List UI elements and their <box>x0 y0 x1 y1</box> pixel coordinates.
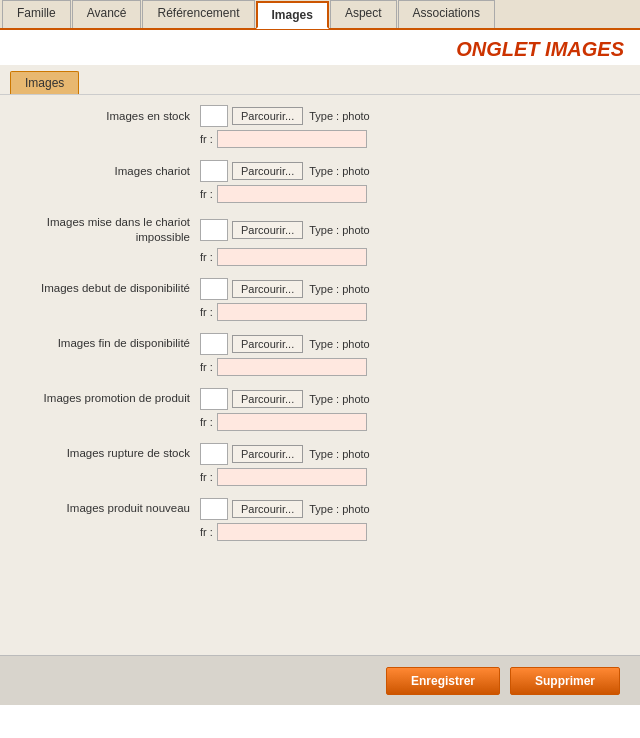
image-row: Images fin de disponibilitéParcourir...T… <box>20 333 620 376</box>
page-header: ONGLET IMAGES <box>0 30 640 65</box>
image-row-label: Images debut de disponibilité <box>20 281 200 296</box>
image-thumbnail <box>200 105 228 127</box>
fr-input[interactable] <box>217 130 367 148</box>
image-thumbnail <box>200 219 228 241</box>
tab-famille[interactable]: Famille <box>2 0 71 28</box>
type-label: Type : photo <box>309 393 370 405</box>
image-thumbnail <box>200 333 228 355</box>
type-label: Type : photo <box>309 503 370 515</box>
tab-associations[interactable]: Associations <box>398 0 495 28</box>
type-label: Type : photo <box>309 338 370 350</box>
fr-input[interactable] <box>217 248 367 266</box>
type-label: Type : photo <box>309 283 370 295</box>
image-thumbnail <box>200 388 228 410</box>
image-thumbnail <box>200 443 228 465</box>
image-row-label: Images promotion de produit <box>20 391 200 406</box>
image-row-label: Images mise dans le chariot impossible <box>20 215 200 245</box>
browse-button[interactable]: Parcourir... <box>232 500 303 518</box>
content-area: Images en stockParcourir...Type : photof… <box>0 95 640 655</box>
image-row-label: Images produit nouveau <box>20 501 200 516</box>
fr-label: fr : <box>200 526 213 538</box>
image-row-main: Images mise dans le chariot impossiblePa… <box>20 215 620 245</box>
fr-label: fr : <box>200 133 213 145</box>
fr-label: fr : <box>200 251 213 263</box>
image-row: Images promotion de produitParcourir...T… <box>20 388 620 431</box>
image-row: Images en stockParcourir...Type : photof… <box>20 105 620 148</box>
footer: Enregistrer Supprimer <box>0 655 640 705</box>
image-thumbnail <box>200 160 228 182</box>
delete-button[interactable]: Supprimer <box>510 667 620 695</box>
fr-input[interactable] <box>217 303 367 321</box>
tab-avance[interactable]: Avancé <box>72 0 142 28</box>
fr-input[interactable] <box>217 185 367 203</box>
image-row-fr: fr : <box>200 185 620 203</box>
tab-bar: FamilleAvancéRéférencementImagesAspectAs… <box>0 0 640 30</box>
fr-input[interactable] <box>217 468 367 486</box>
image-thumbnail <box>200 498 228 520</box>
fr-label: fr : <box>200 306 213 318</box>
tab-aspect[interactable]: Aspect <box>330 0 397 28</box>
tab-images[interactable]: Images <box>256 1 329 29</box>
browse-button[interactable]: Parcourir... <box>232 280 303 298</box>
image-row: Images chariotParcourir...Type : photofr… <box>20 160 620 203</box>
fr-input[interactable] <box>217 523 367 541</box>
type-label: Type : photo <box>309 165 370 177</box>
image-row-main: Images produit nouveauParcourir...Type :… <box>20 498 620 520</box>
image-row-main: Images rupture de stockParcourir...Type … <box>20 443 620 465</box>
image-row-label: Images chariot <box>20 164 200 179</box>
tab-referencement[interactable]: Référencement <box>142 0 254 28</box>
type-label: Type : photo <box>309 110 370 122</box>
browse-button[interactable]: Parcourir... <box>232 390 303 408</box>
page-wrapper: FamilleAvancéRéférencementImagesAspectAs… <box>0 0 640 738</box>
fr-input[interactable] <box>217 413 367 431</box>
image-row-label: Images rupture de stock <box>20 446 200 461</box>
sub-tab-images[interactable]: Images <box>10 71 79 94</box>
image-row-main: Images promotion de produitParcourir...T… <box>20 388 620 410</box>
image-row: Images produit nouveauParcourir...Type :… <box>20 498 620 541</box>
browse-button[interactable]: Parcourir... <box>232 335 303 353</box>
type-label: Type : photo <box>309 448 370 460</box>
image-row-main: Images chariotParcourir...Type : photo <box>20 160 620 182</box>
image-row-fr: fr : <box>200 523 620 541</box>
image-row-main: Images debut de disponibilitéParcourir..… <box>20 278 620 300</box>
fr-label: fr : <box>200 471 213 483</box>
sub-tab-bar: Images <box>0 65 640 95</box>
image-row: Images debut de disponibilitéParcourir..… <box>20 278 620 321</box>
image-row-main: Images en stockParcourir...Type : photo <box>20 105 620 127</box>
save-button[interactable]: Enregistrer <box>386 667 500 695</box>
browse-button[interactable]: Parcourir... <box>232 162 303 180</box>
image-row-fr: fr : <box>200 358 620 376</box>
image-thumbnail <box>200 278 228 300</box>
image-row-fr: fr : <box>200 413 620 431</box>
image-row-main: Images fin de disponibilitéParcourir...T… <box>20 333 620 355</box>
fr-label: fr : <box>200 188 213 200</box>
browse-button[interactable]: Parcourir... <box>232 445 303 463</box>
image-row: Images rupture de stockParcourir...Type … <box>20 443 620 486</box>
image-row-fr: fr : <box>200 248 620 266</box>
image-row-label: Images fin de disponibilité <box>20 336 200 351</box>
browse-button[interactable]: Parcourir... <box>232 107 303 125</box>
image-row-fr: fr : <box>200 303 620 321</box>
image-row-fr: fr : <box>200 468 620 486</box>
image-row: Images mise dans le chariot impossiblePa… <box>20 215 620 266</box>
image-row-label: Images en stock <box>20 109 200 124</box>
browse-button[interactable]: Parcourir... <box>232 221 303 239</box>
page-title: ONGLET IMAGES <box>456 38 624 60</box>
fr-label: fr : <box>200 416 213 428</box>
fr-label: fr : <box>200 361 213 373</box>
image-row-fr: fr : <box>200 130 620 148</box>
fr-input[interactable] <box>217 358 367 376</box>
type-label: Type : photo <box>309 224 370 236</box>
